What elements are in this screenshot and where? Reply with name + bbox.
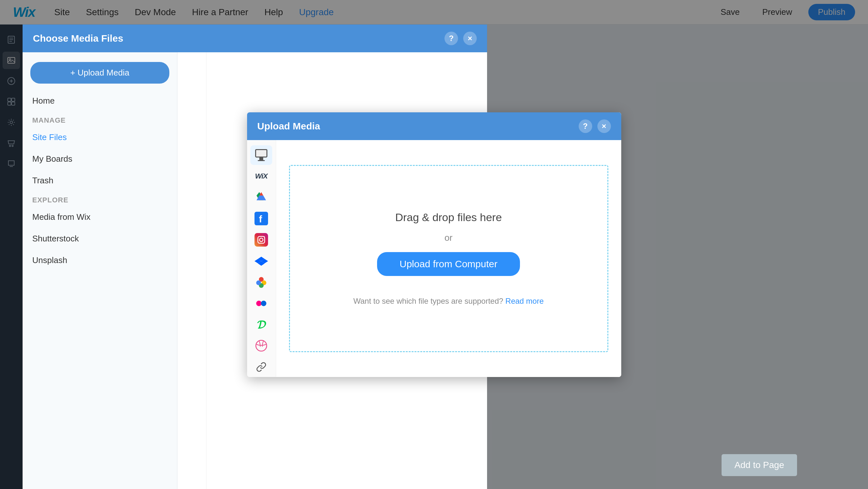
svg-point-23 [264, 236, 265, 237]
choose-media-close-btn[interactable]: × [463, 32, 477, 45]
modal-header-buttons: ? × [579, 119, 611, 133]
source-deviantart[interactable]: 𝓓 [250, 315, 272, 335]
upload-modal-close-btn[interactable]: × [597, 119, 611, 133]
panel-item-site-files[interactable]: Site Files [23, 126, 177, 148]
svg-text:𝓓: 𝓓 [257, 318, 266, 331]
choose-media-help-btn[interactable]: ? [444, 32, 458, 45]
svg-point-29 [261, 300, 267, 306]
upload-from-computer-button[interactable]: Upload from Computer [377, 252, 520, 276]
add-to-page-button[interactable]: Add to Page [721, 454, 797, 476]
choose-media-header-right: ? × [444, 32, 477, 45]
source-dribbble[interactable] [250, 336, 272, 356]
modal-upload-content: Drag & drop files here or Upload from Co… [276, 140, 621, 377]
upload-dropzone: Drag & drop files here or Upload from Co… [289, 165, 608, 352]
upload-modal-title: Upload Media [257, 121, 320, 132]
panel-item-trash[interactable]: Trash [23, 170, 177, 192]
modal-source-sidebar: WiX f [247, 140, 276, 377]
upload-modal-body: WiX f [247, 140, 621, 377]
upload-modal: Upload Media ? × WiX [247, 112, 621, 377]
or-text: or [444, 233, 453, 243]
choose-media-header: Choose Media Files ? × [23, 25, 487, 52]
explore-section-header: EXPLORE [23, 192, 177, 206]
panel-item-my-boards[interactable]: My Boards [23, 148, 177, 170]
panel-item-unsplash[interactable]: Unsplash [23, 250, 177, 271]
drag-drop-text: Drag & drop files here [395, 211, 502, 224]
manage-section-header: MANAGE [23, 112, 177, 126]
upload-modal-header: Upload Media ? × [247, 112, 621, 140]
read-more-link[interactable]: Read more [505, 297, 544, 305]
upload-media-button[interactable]: + Upload Media [30, 62, 169, 84]
source-instagram[interactable] [250, 230, 272, 250]
supported-file-types-text: Want to see which file types are support… [353, 297, 544, 306]
panel-item-shutterstock[interactable]: Shutterstock [23, 228, 177, 250]
source-url[interactable] [250, 357, 272, 377]
source-google-photos[interactable] [250, 272, 272, 292]
choose-media-left-panel: + Upload Media Home MANAGE Site Files My… [23, 52, 177, 489]
panel-item-home[interactable]: Home [23, 90, 177, 112]
svg-point-27 [256, 281, 261, 285]
source-flickr[interactable] [250, 293, 272, 313]
source-computer[interactable] [250, 145, 272, 165]
source-icons-sidebar [177, 52, 207, 489]
choose-media-title: Choose Media Files [33, 33, 123, 44]
source-facebook[interactable]: f [250, 208, 272, 229]
svg-text:f: f [259, 214, 262, 224]
source-google-drive[interactable] [250, 188, 272, 207]
upload-modal-help-btn[interactable]: ? [579, 119, 592, 133]
svg-point-22 [260, 238, 263, 242]
source-wix[interactable]: WiX [250, 166, 272, 186]
source-dropbox[interactable] [250, 251, 272, 271]
panel-item-media-from-wix[interactable]: Media from Wix [23, 206, 177, 228]
